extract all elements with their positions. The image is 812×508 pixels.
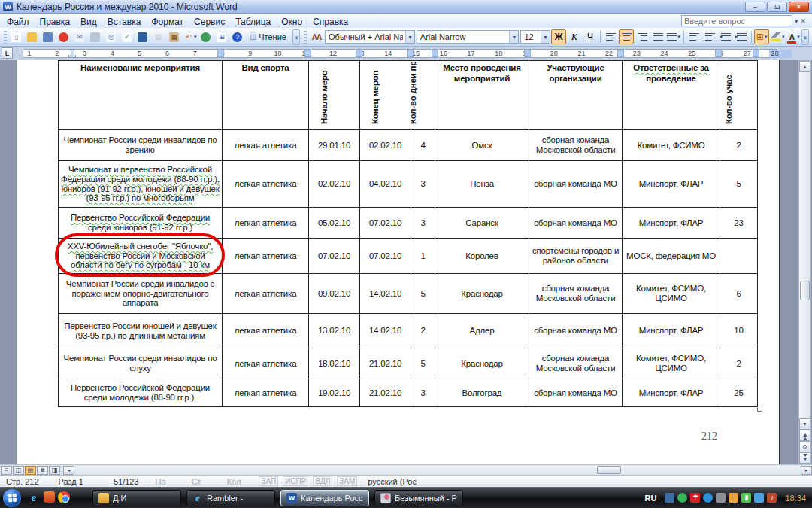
- menu-item-3[interactable]: Вид: [75, 16, 102, 28]
- menu-item-9[interactable]: Справка: [308, 16, 353, 28]
- scroll-left-button[interactable]: ◂: [63, 466, 74, 475]
- web-layout-button[interactable]: ◫: [13, 466, 24, 475]
- hanging-indent-marker[interactable]: [68, 53, 76, 58]
- cell[interactable]: спортсмены городов и районов области: [529, 239, 623, 274]
- cell[interactable]: Первенство Российской Федерации среди мо…: [59, 379, 223, 407]
- next-page-button[interactable]: [799, 452, 810, 464]
- email-button[interactable]: ✉: [72, 29, 87, 44]
- menu-item-4[interactable]: Вставка: [102, 16, 147, 28]
- cell[interactable]: Чемпионат и первенство Российской Федера…: [59, 161, 223, 208]
- reading-view-button[interactable]: ◨: [49, 466, 60, 475]
- cell[interactable]: 25: [720, 379, 758, 407]
- cell[interactable]: Комитет, ФСИМО, ЦСИМО: [623, 348, 720, 379]
- column-boundary-marker[interactable]: [304, 50, 311, 57]
- status-на[interactable]: На: [156, 477, 166, 486]
- taskbar-button-word[interactable]: Календарь Россия ...: [280, 490, 369, 506]
- cell[interactable]: сборная команда МО: [529, 161, 623, 208]
- cell[interactable]: Комитет, ФСИМО: [623, 130, 720, 161]
- chrome-icon[interactable]: [58, 491, 70, 503]
- status-mode-испр[interactable]: ИСПР: [283, 476, 308, 486]
- media-player-icon[interactable]: [44, 491, 55, 503]
- cell[interactable]: легкая атлетика: [223, 348, 309, 379]
- column-boundary-marker[interactable]: [617, 50, 624, 57]
- cell[interactable]: 10: [720, 314, 758, 348]
- taskbar-button-paint[interactable]: Безымянный - Paint: [374, 490, 463, 506]
- battery-icon[interactable]: ▮: [741, 493, 751, 503]
- cell[interactable]: 5: [411, 274, 435, 314]
- remote-desktop-icon[interactable]: [665, 493, 674, 503]
- cell[interactable]: 02.02.10: [360, 130, 411, 161]
- cell[interactable]: сборная команда Московской области: [529, 348, 623, 379]
- cell[interactable]: 09.02.10: [309, 274, 360, 314]
- cell[interactable]: Королев: [435, 239, 529, 274]
- cell[interactable]: 1: [411, 239, 435, 274]
- cell[interactable]: Минспорт, ФЛАР: [623, 208, 720, 239]
- cell[interactable]: Пенза: [435, 161, 529, 208]
- cell[interactable]: легкая атлетика: [223, 208, 309, 239]
- cell[interactable]: легкая атлетика: [223, 274, 309, 314]
- status-language[interactable]: русский (Рос: [368, 477, 417, 486]
- select-browse-object-button[interactable]: [799, 441, 810, 452]
- style-dropdown-icon[interactable]: ▼: [405, 31, 414, 43]
- volume-muted-icon[interactable]: ♪: [767, 493, 777, 503]
- formatting-toolbar-grip[interactable]: [304, 31, 307, 44]
- cell[interactable]: 23: [720, 208, 758, 239]
- column-boundary-marker[interactable]: [217, 50, 224, 57]
- borders-button[interactable]: ⊞▾: [754, 29, 769, 44]
- outline-view-button[interactable]: ≣: [37, 466, 48, 475]
- cell[interactable]: легкая атлетика: [223, 239, 309, 274]
- normal-view-button[interactable]: ≡: [1, 466, 12, 475]
- cell[interactable]: 07.02.10: [309, 239, 360, 274]
- formatting-toolbar-options-chevron[interactable]: »: [801, 29, 809, 45]
- italic-button[interactable]: К: [567, 29, 582, 44]
- cell[interactable]: 04.02.10: [360, 161, 411, 208]
- insert-table-button[interactable]: ⊞: [214, 29, 229, 44]
- taskbar-button-rambler[interactable]: Rambler -: [186, 490, 275, 506]
- research-button[interactable]: [135, 29, 150, 44]
- cell[interactable]: 07.02.10: [360, 208, 411, 239]
- menu-item-7[interactable]: Таблица: [230, 16, 276, 28]
- cell[interactable]: 19.02.10: [309, 379, 360, 407]
- cell[interactable]: сборная команда МО: [529, 208, 623, 239]
- permission-button[interactable]: [56, 29, 71, 44]
- new-document-button[interactable]: ▯: [9, 29, 24, 44]
- cell[interactable]: сборная команда МО: [529, 314, 623, 348]
- column-boundary-marker[interactable]: [753, 50, 759, 57]
- taskbar-clock[interactable]: 18:34: [785, 494, 806, 503]
- cell[interactable]: сборная команда Московской области: [529, 130, 623, 161]
- column-boundary-marker[interactable]: [356, 50, 362, 57]
- column-boundary-marker[interactable]: [524, 50, 531, 57]
- language-indicator[interactable]: RU: [645, 494, 657, 503]
- column-boundary-marker[interactable]: [432, 50, 438, 57]
- cell[interactable]: 3: [411, 379, 435, 407]
- underline-button[interactable]: Ч: [583, 29, 598, 44]
- cell[interactable]: 2: [411, 314, 435, 348]
- font-size-dropdown-icon[interactable]: ▼: [541, 31, 550, 43]
- cell[interactable]: сборная команда МО: [529, 379, 623, 407]
- close-button[interactable]: ×: [789, 2, 809, 12]
- horizontal-scrollbar-track[interactable]: [75, 466, 800, 475]
- cell[interactable]: Чемпионат России среди инвалидов по слух…: [59, 348, 223, 379]
- menu-item-2[interactable]: Правка: [35, 16, 76, 28]
- menu-item-6[interactable]: Сервис: [189, 16, 230, 28]
- open-button[interactable]: [25, 29, 40, 44]
- start-button[interactable]: [3, 489, 21, 507]
- cell[interactable]: 4: [411, 130, 435, 161]
- cell[interactable]: 21.02.10: [360, 348, 411, 379]
- bullet-list-button[interactable]: [702, 29, 717, 44]
- cell[interactable]: 3: [411, 161, 435, 208]
- scroll-right-button[interactable]: ▸: [801, 466, 812, 475]
- scroll-up-button[interactable]: ▲: [799, 61, 810, 72]
- cell[interactable]: [720, 239, 758, 274]
- print-button[interactable]: [88, 29, 103, 44]
- restore-button[interactable]: ⊡: [767, 2, 787, 12]
- question-close-icon[interactable]: ✕: [800, 17, 806, 25]
- styles-and-formatting-button[interactable]: АА: [309, 29, 324, 44]
- hyperlink-button[interactable]: [198, 29, 214, 44]
- cell[interactable]: 5: [720, 161, 758, 208]
- cell[interactable]: Минспорт, ФЛАР: [623, 161, 720, 208]
- align-center-button[interactable]: [619, 29, 634, 44]
- print-preview-button[interactable]: ◎: [104, 29, 119, 44]
- cell[interactable]: Минспорт, ФЛАР: [623, 379, 720, 407]
- status-кол[interactable]: Кол: [227, 477, 241, 486]
